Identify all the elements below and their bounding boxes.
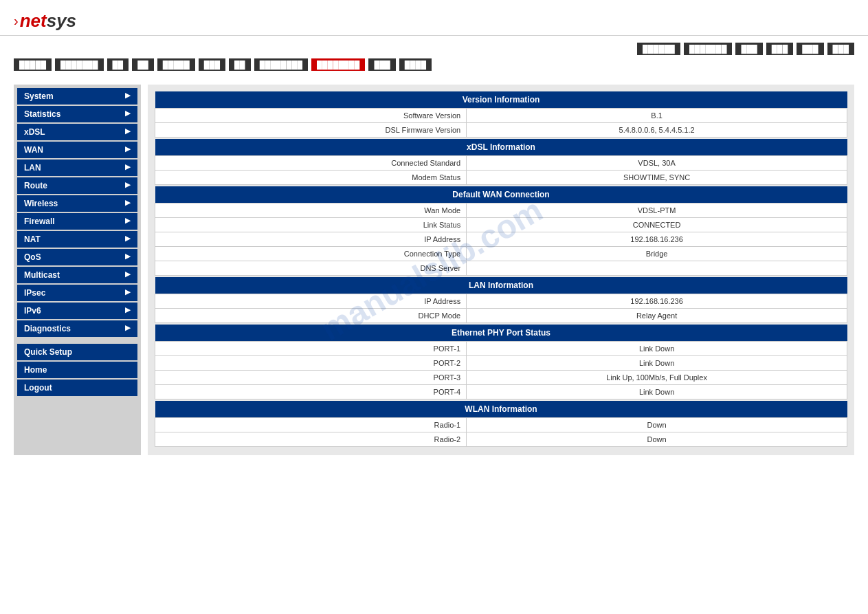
sidebar-ipsec-arrow-icon: ▶ xyxy=(125,288,131,296)
nav-top-btn-3[interactable]: ███ xyxy=(735,43,762,55)
nav-main-btn-5[interactable]: █████ xyxy=(157,58,195,71)
sidebar-item-nat-label: NAT xyxy=(24,234,41,244)
eth-info-header-row: Ethernet PHY Port Status xyxy=(155,325,847,342)
xdsl-modem-status-value: SHOWTIME, SYNC xyxy=(467,171,847,185)
wan-ip-label: IP Address xyxy=(155,232,467,247)
sidebar-item-quick-setup[interactable]: Quick Setup xyxy=(17,344,137,360)
eth-port3-value: Link Up, 100Mb/s, Full Duplex xyxy=(467,371,847,385)
lan-dhcp-value: Relay Agent xyxy=(467,309,847,323)
version-software-label: Software Version xyxy=(155,109,467,123)
sidebar-item-xdsl[interactable]: xDSL ▶ xyxy=(17,124,137,140)
nav-main-btn-7[interactable]: ██ xyxy=(229,58,251,71)
sidebar-item-nat[interactable]: NAT ▶ xyxy=(17,231,137,248)
sidebar-item-ipv6[interactable]: IPv6 ▶ xyxy=(17,303,137,319)
nav-main-btn-10[interactable]: ███ xyxy=(368,58,395,71)
sidebar-divider xyxy=(17,338,137,344)
lan-info-table: LAN Information IP Address 192.168.16.23… xyxy=(155,277,847,323)
sidebar-item-ipsec-label: IPsec xyxy=(24,288,45,298)
sidebar-item-wireless[interactable]: Wireless ▶ xyxy=(17,195,137,212)
sidebar-route-arrow-icon: ▶ xyxy=(125,181,131,188)
eth-port3-label: PORT-3 xyxy=(155,371,467,385)
wan-connection-type-label: Connection Type xyxy=(155,247,467,261)
header: › net sys xyxy=(0,0,868,36)
nav-top-bar: ██████ ███████ ███ ███ ███ ███ xyxy=(14,43,854,55)
nav-main-btn-8[interactable]: ████████ xyxy=(254,58,308,71)
eth-port4-value: Link Down xyxy=(467,385,847,399)
sidebar-firewall-arrow-icon: ▶ xyxy=(125,217,131,224)
wan-ip-row: IP Address 192.168.16.236 xyxy=(155,232,847,247)
sidebar-item-qos[interactable]: QoS ▶ xyxy=(17,249,137,265)
sidebar-item-system-label: System xyxy=(24,91,54,101)
sidebar-item-lan-label: LAN xyxy=(24,163,41,173)
wan-ip-value: 192.168.16.236 xyxy=(467,232,847,247)
eth-info-table: Ethernet PHY Port Status PORT-1 Link Dow… xyxy=(155,325,847,399)
sidebar-xdsl-arrow-icon: ▶ xyxy=(125,127,131,135)
wlan-info-header: WLAN Information xyxy=(155,401,847,418)
nav-main-btn-3[interactable]: ██ xyxy=(107,58,129,71)
logo-sys: sys xyxy=(47,10,76,32)
sidebar-item-wan[interactable]: WAN ▶ xyxy=(17,142,137,158)
sidebar-item-system[interactable]: System ▶ xyxy=(17,88,137,105)
nav-top-btn-1[interactable]: ██████ xyxy=(637,43,680,55)
sidebar-item-diagnostics[interactable]: Diagnostics ▶ xyxy=(17,320,137,337)
wlan-info-table: WLAN Information Radio-1 Down Radio-2 Do… xyxy=(155,401,847,447)
sidebar-item-home[interactable]: Home xyxy=(17,362,137,378)
version-software-value: B.1 xyxy=(467,109,847,123)
wan-mode-label: Wan Mode xyxy=(155,204,467,218)
logo: › net sys xyxy=(14,10,854,32)
sidebar-wireless-arrow-icon: ▶ xyxy=(125,199,131,206)
xdsl-connected-standard-label: Connected Standard xyxy=(155,156,467,171)
sidebar-system-arrow-icon: ▶ xyxy=(125,91,131,99)
eth-port2-label: PORT-2 xyxy=(155,356,467,371)
sidebar-item-wan-label: WAN xyxy=(24,145,43,155)
nav-top-btn-6[interactable]: ███ xyxy=(827,43,854,55)
sidebar-item-route[interactable]: Route ▶ xyxy=(17,177,137,194)
nav-main-btn-9[interactable]: ████████ xyxy=(311,58,365,71)
sidebar-item-multicast[interactable]: Multicast ▶ xyxy=(17,267,137,283)
logo-net-red: net xyxy=(20,10,47,31)
nav-top-btn-4[interactable]: ███ xyxy=(766,43,793,55)
eth-port3-row: PORT-3 Link Up, 100Mb/s, Full Duplex xyxy=(155,371,847,385)
nav-top-btn-2[interactable]: ███████ xyxy=(684,43,733,55)
xdsl-modem-status-label: Modem Status xyxy=(155,171,467,185)
xdsl-connected-standard-value: VDSL, 30A xyxy=(467,156,847,171)
version-dsl-firmware-row: DSL Firmware Version 5.4.8.0.0.6, 5.4.4.… xyxy=(155,123,847,138)
sidebar-item-multicast-label: Multicast xyxy=(24,270,60,280)
sidebar-item-wireless-label: Wireless xyxy=(24,199,58,208)
nav-area: ██████ ███████ ███ ███ ███ ███ █████ ███… xyxy=(0,36,868,78)
sidebar-item-firewall[interactable]: Firewall ▶ xyxy=(17,213,137,230)
nav-main-btn-2[interactable]: ███████ xyxy=(55,58,104,71)
nav-main-btn-6[interactable]: ███ xyxy=(199,58,225,71)
xdsl-info-table: xDSL Information Connected Standard VDSL… xyxy=(155,139,847,185)
sidebar-item-logout[interactable]: Logout xyxy=(17,380,137,396)
lan-ip-value: 192.168.16.236 xyxy=(467,294,847,309)
lan-ip-row: IP Address 192.168.16.236 xyxy=(155,294,847,309)
wlan-radio2-label: Radio-2 xyxy=(155,432,467,447)
nav-main-btn-1[interactable]: █████ xyxy=(14,58,52,71)
eth-info-header: Ethernet PHY Port Status xyxy=(155,325,847,342)
lan-info-header-row: LAN Information xyxy=(155,277,847,294)
sidebar-item-home-label: Home xyxy=(24,365,47,375)
version-software-row: Software Version B.1 xyxy=(155,109,847,123)
nav-main-btn-4[interactable]: ██ xyxy=(132,58,154,71)
wan-mode-row: Wan Mode VDSL-PTM xyxy=(155,204,847,218)
eth-port1-row: PORT-1 Link Down xyxy=(155,342,847,356)
xdsl-info-header-row: xDSL Information xyxy=(155,139,847,156)
xdsl-connected-standard-row: Connected Standard VDSL, 30A xyxy=(155,156,847,171)
sidebar-item-ipsec[interactable]: IPsec ▶ xyxy=(17,285,137,301)
nav-main-btn-11[interactable]: ████ xyxy=(399,58,432,71)
logo-net: net xyxy=(20,10,47,32)
sidebar-item-lan[interactable]: LAN ▶ xyxy=(17,160,137,176)
sidebar-item-statistics[interactable]: Statistics ▶ xyxy=(17,106,137,122)
wlan-radio1-row: Radio-1 Down xyxy=(155,418,847,432)
logo-arrow-icon: › xyxy=(14,13,19,29)
wlan-radio1-value: Down xyxy=(467,418,847,432)
xdsl-modem-status-row: Modem Status SHOWTIME, SYNC xyxy=(155,171,847,185)
eth-port1-value: Link Down xyxy=(467,342,847,356)
eth-port1-label: PORT-1 xyxy=(155,342,467,356)
sidebar: System ▶ Statistics ▶ xDSL ▶ WAN ▶ LAN ▶… xyxy=(14,85,141,455)
sidebar-multicast-arrow-icon: ▶ xyxy=(125,270,131,278)
nav-top-btn-5[interactable]: ███ xyxy=(797,43,823,55)
lan-info-header: LAN Information xyxy=(155,277,847,294)
sidebar-item-statistics-label: Statistics xyxy=(24,109,60,119)
